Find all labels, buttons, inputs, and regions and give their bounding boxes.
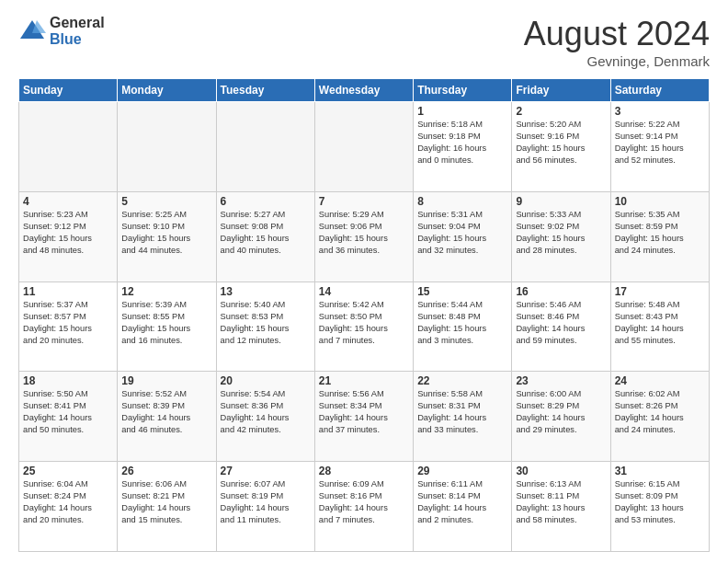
day-number: 25	[23, 465, 113, 477]
day-info: Sunrise: 5:23 AM Sunset: 9:12 PM Dayligh…	[23, 209, 113, 257]
day-info: Sunrise: 5:39 AM Sunset: 8:55 PM Dayligh…	[121, 299, 211, 347]
week-row-1: 1Sunrise: 5:18 AM Sunset: 9:18 PM Daylig…	[19, 102, 710, 192]
day-number: 9	[516, 195, 606, 208]
day-number: 31	[615, 465, 705, 477]
day-info: Sunrise: 5:18 AM Sunset: 9:18 PM Dayligh…	[417, 119, 507, 167]
day-number: 29	[417, 465, 507, 477]
day-info: Sunrise: 5:42 AM Sunset: 8:50 PM Dayligh…	[319, 299, 409, 347]
week-row-3: 11Sunrise: 5:37 AM Sunset: 8:57 PM Dayli…	[19, 282, 710, 372]
col-header-tuesday: Tuesday	[216, 79, 314, 102]
day-cell: 15Sunrise: 5:44 AM Sunset: 8:48 PM Dayli…	[414, 282, 512, 372]
day-cell	[216, 102, 314, 192]
day-info: Sunrise: 6:04 AM Sunset: 8:24 PM Dayligh…	[23, 478, 113, 526]
day-cell: 25Sunrise: 6:04 AM Sunset: 8:24 PM Dayli…	[19, 462, 118, 552]
day-cell: 17Sunrise: 5:48 AM Sunset: 8:43 PM Dayli…	[610, 282, 709, 372]
day-info: Sunrise: 5:46 AM Sunset: 8:46 PM Dayligh…	[516, 299, 606, 347]
day-cell: 9Sunrise: 5:33 AM Sunset: 9:02 PM Daylig…	[512, 191, 610, 282]
day-info: Sunrise: 5:33 AM Sunset: 9:02 PM Dayligh…	[516, 209, 606, 257]
day-info: Sunrise: 5:40 AM Sunset: 8:53 PM Dayligh…	[221, 299, 311, 347]
day-number: 18	[23, 374, 113, 387]
week-row-2: 4Sunrise: 5:23 AM Sunset: 9:12 PM Daylig…	[19, 191, 710, 282]
day-number: 23	[516, 374, 606, 387]
day-number: 27	[221, 465, 311, 477]
day-cell: 22Sunrise: 5:58 AM Sunset: 8:31 PM Dayli…	[414, 372, 512, 462]
day-info: Sunrise: 5:31 AM Sunset: 9:04 PM Dayligh…	[417, 209, 507, 257]
day-info: Sunrise: 6:02 AM Sunset: 8:26 PM Dayligh…	[615, 388, 705, 436]
day-number: 8	[417, 195, 507, 208]
day-cell: 27Sunrise: 6:07 AM Sunset: 8:19 PM Dayli…	[216, 462, 314, 552]
day-cell: 8Sunrise: 5:31 AM Sunset: 9:04 PM Daylig…	[414, 191, 512, 282]
day-info: Sunrise: 6:15 AM Sunset: 8:09 PM Dayligh…	[615, 478, 705, 526]
page: General Blue August 2024 Gevninge, Denma…	[0, 0, 728, 563]
day-cell: 31Sunrise: 6:15 AM Sunset: 8:09 PM Dayli…	[610, 462, 709, 552]
day-number: 22	[417, 374, 507, 387]
day-cell: 7Sunrise: 5:29 AM Sunset: 9:06 PM Daylig…	[314, 191, 413, 282]
day-info: Sunrise: 5:58 AM Sunset: 8:31 PM Dayligh…	[417, 388, 507, 436]
day-cell	[314, 102, 413, 192]
day-cell: 4Sunrise: 5:23 AM Sunset: 9:12 PM Daylig…	[19, 191, 118, 282]
day-info: Sunrise: 5:44 AM Sunset: 8:48 PM Dayligh…	[417, 299, 507, 347]
col-header-sunday: Sunday	[19, 79, 118, 102]
week-row-4: 18Sunrise: 5:50 AM Sunset: 8:41 PM Dayli…	[19, 372, 710, 462]
location: Gevninge, Denmark	[524, 53, 710, 69]
day-info: Sunrise: 6:07 AM Sunset: 8:19 PM Dayligh…	[221, 478, 311, 526]
day-number: 10	[615, 195, 705, 208]
day-number: 11	[23, 285, 113, 298]
day-cell: 24Sunrise: 6:02 AM Sunset: 8:26 PM Dayli…	[610, 372, 709, 462]
day-cell: 29Sunrise: 6:11 AM Sunset: 8:14 PM Dayli…	[414, 462, 512, 552]
col-header-monday: Monday	[118, 79, 216, 102]
day-cell: 18Sunrise: 5:50 AM Sunset: 8:41 PM Dayli…	[19, 372, 118, 462]
day-cell	[118, 102, 216, 192]
logo-icon	[18, 18, 46, 44]
month-title: August 2024	[524, 15, 710, 53]
col-header-wednesday: Wednesday	[314, 79, 413, 102]
day-info: Sunrise: 5:48 AM Sunset: 8:43 PM Dayligh…	[615, 299, 705, 347]
day-number: 24	[615, 374, 705, 387]
day-number: 12	[121, 285, 211, 298]
day-cell: 26Sunrise: 6:06 AM Sunset: 8:21 PM Dayli…	[118, 462, 216, 552]
col-header-saturday: Saturday	[610, 79, 709, 102]
day-info: Sunrise: 5:52 AM Sunset: 8:39 PM Dayligh…	[121, 388, 211, 436]
day-info: Sunrise: 5:35 AM Sunset: 8:59 PM Dayligh…	[615, 209, 705, 257]
col-header-friday: Friday	[512, 79, 610, 102]
day-cell: 10Sunrise: 5:35 AM Sunset: 8:59 PM Dayli…	[610, 191, 709, 282]
day-info: Sunrise: 5:37 AM Sunset: 8:57 PM Dayligh…	[23, 299, 113, 347]
day-info: Sunrise: 5:56 AM Sunset: 8:34 PM Dayligh…	[319, 388, 409, 436]
day-info: Sunrise: 6:00 AM Sunset: 8:29 PM Dayligh…	[516, 388, 606, 436]
day-number: 28	[319, 465, 409, 477]
day-number: 3	[615, 105, 705, 118]
day-cell: 12Sunrise: 5:39 AM Sunset: 8:55 PM Dayli…	[118, 282, 216, 372]
logo-text: General Blue	[50, 15, 105, 47]
day-cell: 5Sunrise: 5:25 AM Sunset: 9:10 PM Daylig…	[118, 191, 216, 282]
col-header-thursday: Thursday	[414, 79, 512, 102]
week-row-5: 25Sunrise: 6:04 AM Sunset: 8:24 PM Dayli…	[19, 462, 710, 552]
day-number: 16	[516, 285, 606, 298]
day-cell: 13Sunrise: 5:40 AM Sunset: 8:53 PM Dayli…	[216, 282, 314, 372]
day-info: Sunrise: 5:29 AM Sunset: 9:06 PM Dayligh…	[319, 209, 409, 257]
day-number: 15	[417, 285, 507, 298]
day-info: Sunrise: 6:13 AM Sunset: 8:11 PM Dayligh…	[516, 478, 606, 526]
day-cell: 28Sunrise: 6:09 AM Sunset: 8:16 PM Dayli…	[314, 462, 413, 552]
day-info: Sunrise: 6:06 AM Sunset: 8:21 PM Dayligh…	[121, 478, 211, 526]
calendar-table: SundayMondayTuesdayWednesdayThursdayFrid…	[18, 78, 710, 552]
day-number: 5	[121, 195, 211, 208]
day-cell	[19, 102, 118, 192]
day-number: 13	[221, 285, 311, 298]
day-info: Sunrise: 5:27 AM Sunset: 9:08 PM Dayligh…	[221, 209, 311, 257]
day-cell: 3Sunrise: 5:22 AM Sunset: 9:14 PM Daylig…	[610, 102, 709, 192]
day-number: 7	[319, 195, 409, 208]
day-cell: 21Sunrise: 5:56 AM Sunset: 8:34 PM Dayli…	[314, 372, 413, 462]
day-cell: 1Sunrise: 5:18 AM Sunset: 9:18 PM Daylig…	[414, 102, 512, 192]
day-number: 26	[121, 465, 211, 477]
day-cell: 2Sunrise: 5:20 AM Sunset: 9:16 PM Daylig…	[512, 102, 610, 192]
day-info: Sunrise: 5:20 AM Sunset: 9:16 PM Dayligh…	[516, 119, 606, 167]
day-number: 4	[23, 195, 113, 208]
day-info: Sunrise: 6:11 AM Sunset: 8:14 PM Dayligh…	[417, 478, 507, 526]
day-number: 30	[516, 465, 606, 477]
day-number: 2	[516, 105, 606, 118]
logo-general: General	[50, 15, 105, 31]
title-block: August 2024 Gevninge, Denmark	[524, 15, 710, 69]
day-info: Sunrise: 5:22 AM Sunset: 9:14 PM Dayligh…	[615, 119, 705, 167]
day-number: 14	[319, 285, 409, 298]
day-cell: 20Sunrise: 5:54 AM Sunset: 8:36 PM Dayli…	[216, 372, 314, 462]
